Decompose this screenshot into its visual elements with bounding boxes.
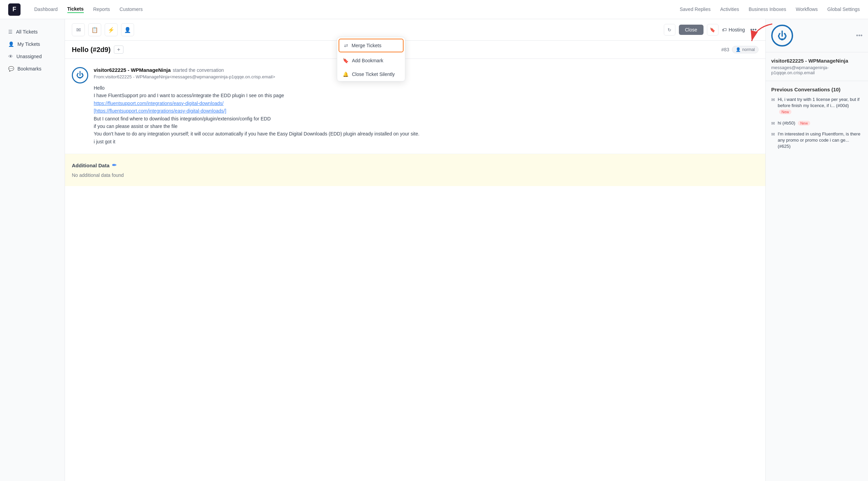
previous-conversations: Previous Conversations (10) ✉ Hi, i want… [766, 81, 868, 160]
ticket-number: #83 [721, 47, 729, 52]
new-badge-1: New [779, 109, 791, 114]
sidebar: ☰ All Tickets 👤 My Tickets 👁 Unassigned … [0, 19, 65, 481]
annotation-arrow [741, 21, 782, 48]
mail-icon-2: ✉ [771, 121, 775, 126]
conversation-header: visitor622225 - WPManageNinja started th… [94, 67, 759, 73]
edd-link-2[interactable]: [https://fluentsupport.com/integrations/… [94, 108, 226, 114]
unassigned-icon: 👁 [8, 54, 13, 59]
refresh-button[interactable]: ↻ [664, 24, 675, 36]
prev-item-text-3: I'm interested in using Fluentform, is t… [778, 131, 863, 150]
compose-button[interactable]: ✉ [72, 23, 85, 36]
my-tickets-icon: 👤 [8, 41, 14, 47]
logo-icon: F [8, 3, 21, 16]
mail-icon-3: ✉ [771, 132, 775, 137]
nav-reports[interactable]: Reports [93, 6, 110, 13]
sidebar-item-label: My Tickets [17, 41, 40, 47]
nav-global-settings[interactable]: Global Settings [827, 6, 860, 13]
nav-saved-replies[interactable]: Saved Replies [680, 6, 710, 13]
compose-icon: ✉ [76, 27, 81, 33]
arrow-annotation [741, 21, 782, 49]
ticket-toolbar: ✉ 📋 ⚡ 👤 ↻ Close 🔖 🏷 Hos [65, 19, 765, 41]
nav-activities[interactable]: Activities [720, 6, 739, 13]
person-icon: 👤 [736, 47, 741, 52]
sidebar-item-label: All Tickets [16, 29, 38, 35]
close-silently-label: Close Ticket Silently [352, 72, 395, 77]
all-tickets-icon: ☰ [8, 29, 13, 35]
nav-customers[interactable]: Customers [120, 6, 143, 13]
conversation-block: ⏻ visitor622225 - WPManageNinja started … [65, 59, 765, 154]
additional-data-title: Additional Data ✏ [72, 162, 759, 168]
activity-icon: ⚡ [108, 27, 115, 33]
sender-name: visitor622225 - WPManageNinja [94, 67, 171, 73]
bookmark-add-icon: 🔖 [343, 58, 348, 63]
sidebar-item-label: Unassigned [16, 54, 42, 59]
dropdown-add-bookmark[interactable]: 🔖 Add Bookmark [337, 54, 405, 67]
sidebar-item-label: Bookmarks [17, 66, 41, 72]
merge-icon: ⇄ [344, 43, 348, 48]
contact-info: visitor622225 - WPManageNinja messages@w… [766, 52, 868, 81]
nav-tickets[interactable]: Tickets [67, 6, 84, 13]
sidebar-item-my-tickets[interactable]: 👤 My Tickets [4, 38, 61, 50]
bookmarks-icon: 💬 [8, 66, 14, 72]
conversation-content: visitor622225 - WPManageNinja started th… [94, 67, 759, 145]
edit-icon[interactable]: ✏ [112, 162, 117, 168]
note-icon: 📋 [91, 27, 98, 33]
prev-item-text-2: hi (#b50) New [778, 120, 863, 126]
close-ticket-button[interactable]: Close [679, 25, 703, 35]
contact-name: visitor622225 - WPManageNinja [771, 58, 863, 64]
dropdown-merge-tickets[interactable]: ⇄ Merge Tickets [339, 39, 404, 52]
add-tag-button[interactable]: + [114, 46, 123, 54]
no-data-message: No additional data found [72, 172, 759, 178]
refresh-icon: ↻ [668, 27, 671, 32]
contact-email: messages@wpmanageninja-p1qqqe.on.crisp.e… [771, 65, 863, 75]
merge-tickets-label: Merge Tickets [352, 43, 381, 48]
message-body: Hello I have FluentSupport pro and I wan… [94, 84, 759, 145]
bookmark-button[interactable]: 🔖 [707, 24, 719, 36]
prev-item-2[interactable]: ✉ hi (#b50) New [771, 120, 863, 126]
right-panel: ⏻ ••• visitor622225 - WPManageNinja mess… [765, 19, 868, 481]
nav-business-inboxes[interactable]: Business Inboxes [749, 6, 786, 13]
nav-dashboard[interactable]: Dashboard [34, 6, 58, 13]
dropdown-close-silently[interactable]: 🔔 Close Ticket Silently [337, 67, 405, 81]
main-content: ✉ 📋 ⚡ 👤 ↻ Close 🔖 🏷 Hos [65, 19, 765, 481]
sidebar-item-bookmarks[interactable]: 💬 Bookmarks [4, 63, 61, 75]
mail-icon-1: ✉ [771, 97, 775, 102]
edd-link-1[interactable]: https://fluentsupport.com/integrations/e… [94, 101, 224, 106]
power-icon: ⏻ [76, 71, 84, 80]
avatar: ⏻ [72, 67, 88, 83]
nav-right-links: Saved Replies Activities Business Inboxe… [680, 6, 860, 13]
dropdown-menu: ⇄ Merge Tickets 🔖 Add Bookmark 🔔 Close T… [337, 37, 405, 81]
prev-item-1[interactable]: ✉ Hi, i want try with 1 license per year… [771, 96, 863, 115]
prev-item-text-1: Hi, i want try with 1 license per year, … [778, 96, 863, 115]
sidebar-item-all-tickets[interactable]: ☰ All Tickets [4, 26, 61, 38]
sidebar-item-unassigned[interactable]: 👁 Unassigned [4, 51, 61, 62]
main-nav-links: Dashboard Tickets Reports Customers [34, 6, 143, 13]
assign-icon: 👤 [124, 27, 131, 33]
nav-workflows[interactable]: Workflows [796, 6, 818, 13]
right-panel-more-button[interactable]: ••• [856, 32, 863, 39]
ticket-header: Hello (#2d9) + #83 👤 normal [65, 41, 765, 59]
main-layout: ☰ All Tickets 👤 My Tickets 👁 Unassigned … [0, 19, 868, 481]
bookmark-icon: 🔖 [710, 27, 715, 32]
conversation-action: started the conversation [173, 67, 224, 73]
new-badge-2: New [798, 121, 810, 126]
prev-conversations-title: Previous Conversations (10) [771, 87, 863, 92]
tag-icon: 🏷 [722, 27, 727, 32]
activity-button[interactable]: ⚡ [105, 23, 118, 36]
prev-item-3[interactable]: ✉ I'm interested in using Fluentform, is… [771, 131, 863, 150]
add-bookmark-label: Add Bookmark [352, 58, 383, 63]
assign-button[interactable]: 👤 [121, 23, 134, 36]
top-nav: F Dashboard Tickets Reports Customers Sa… [0, 0, 868, 19]
note-button[interactable]: 📋 [88, 23, 101, 36]
ticket-body: ⏻ visitor622225 - WPManageNinja started … [65, 59, 765, 481]
from-line: From:visitor622225 - WPManageNinja<messa… [94, 74, 759, 79]
bell-off-icon: 🔔 [343, 72, 348, 77]
ticket-title: Hello (#2d9) [72, 46, 110, 54]
additional-data-block: Additional Data ✏ No additional data fou… [65, 154, 765, 186]
